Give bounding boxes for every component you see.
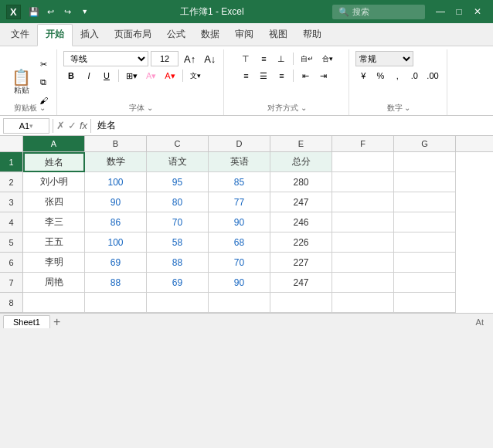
cell-f2[interactable]	[332, 172, 394, 192]
undo-icon[interactable]: ↩	[44, 5, 58, 19]
cell-d1[interactable]: 英语	[209, 152, 270, 172]
copy-button[interactable]: ⧉	[36, 75, 51, 90]
redo-icon[interactable]: ↪	[61, 5, 75, 19]
align-left-button[interactable]: ≡	[238, 68, 253, 83]
search-box[interactable]: 🔍 搜索	[332, 5, 425, 19]
tab-home[interactable]: 开始	[37, 24, 73, 46]
minimize-button[interactable]: —	[431, 4, 450, 19]
tab-formula[interactable]: 公式	[159, 25, 193, 46]
cell-a8[interactable]	[23, 293, 85, 313]
cell-c6[interactable]: 88	[147, 253, 209, 273]
cell-c1[interactable]: 语文	[147, 152, 209, 172]
fill-color-button[interactable]: A▾	[143, 68, 159, 83]
col-header-c[interactable]: C	[147, 136, 209, 151]
cell-d7[interactable]: 90	[209, 273, 270, 293]
underline-button[interactable]: U	[99, 68, 114, 83]
align-top-button[interactable]: ⊤	[238, 51, 253, 66]
percent-button[interactable]: %	[372, 68, 388, 83]
add-sheet-button[interactable]: +	[53, 315, 60, 329]
cell-f4[interactable]	[332, 212, 394, 232]
merge-button[interactable]: 合▾	[319, 51, 336, 66]
cell-g2[interactable]	[394, 172, 456, 192]
cell-b7[interactable]: 88	[85, 273, 147, 293]
cell-b4[interactable]: 86	[85, 212, 147, 232]
cell-c7[interactable]: 69	[147, 273, 209, 293]
cell-e3[interactable]: 247	[270, 192, 332, 212]
cell-d4[interactable]: 90	[209, 212, 270, 232]
wrap-text-button[interactable]: 自↵	[298, 51, 317, 66]
tab-review[interactable]: 审阅	[227, 25, 261, 46]
tab-view[interactable]: 视图	[261, 25, 295, 46]
cell-e4[interactable]: 246	[270, 212, 332, 232]
cell-c3[interactable]: 80	[147, 192, 209, 212]
cell-c4[interactable]: 70	[147, 212, 209, 232]
more-icon[interactable]: ▼	[78, 5, 92, 19]
bold-button[interactable]: B	[63, 68, 79, 83]
formula-fx-icon[interactable]: fx	[80, 120, 87, 131]
cell-e8[interactable]	[270, 293, 332, 313]
cell-a2[interactable]: 刘小明	[23, 172, 85, 192]
col-header-a[interactable]: A	[23, 136, 85, 151]
align-bottom-button[interactable]: ⊥	[274, 51, 289, 66]
cell-a6[interactable]: 李明	[23, 253, 85, 273]
close-button[interactable]: ✕	[468, 4, 487, 19]
cell-f8[interactable]	[332, 293, 394, 313]
cell-b6[interactable]: 69	[85, 253, 147, 273]
indent-decrease-button[interactable]: ⇤	[298, 68, 313, 83]
col-header-g[interactable]: G	[394, 136, 456, 151]
row-header-7[interactable]: 7	[0, 273, 23, 293]
col-header-e[interactable]: E	[270, 136, 332, 151]
cell-d5[interactable]: 68	[209, 232, 270, 253]
cell-f3[interactable]	[332, 192, 394, 212]
row-header-1[interactable]: 1	[0, 152, 23, 172]
thousand-button[interactable]: ,	[389, 68, 405, 83]
formula-check-icon[interactable]: ✓	[68, 120, 76, 131]
row-header-8[interactable]: 8	[0, 293, 23, 313]
cell-e5[interactable]: 226	[270, 232, 332, 253]
font-color-button[interactable]: A▾	[162, 68, 178, 83]
cell-e1[interactable]: 总分	[270, 152, 332, 172]
tab-data[interactable]: 数据	[193, 25, 227, 46]
save-icon[interactable]: 💾	[27, 5, 41, 19]
font-name-select[interactable]: 等线	[63, 51, 148, 66]
decimal-increase-button[interactable]: .0	[406, 68, 422, 83]
cell-e7[interactable]: 247	[270, 273, 332, 293]
align-middle-button[interactable]: ≡	[256, 51, 271, 66]
cell-a4[interactable]: 李三	[23, 212, 85, 232]
formula-input[interactable]	[94, 119, 490, 133]
cell-g5[interactable]	[394, 232, 456, 253]
paste-button[interactable]: 📋 粘贴	[8, 68, 34, 97]
decrease-font-button[interactable]: A↓	[201, 51, 219, 66]
cell-a5[interactable]: 王五	[23, 232, 85, 253]
cell-b5[interactable]: 100	[85, 232, 147, 253]
name-box[interactable]: A1 ▾	[3, 118, 49, 134]
row-header-3[interactable]: 3	[0, 192, 23, 212]
align-right-button[interactable]: ≡	[274, 68, 289, 83]
cell-g4[interactable]	[394, 212, 456, 232]
cell-g1[interactable]	[394, 152, 456, 172]
cell-d3[interactable]: 77	[209, 192, 270, 212]
cell-b8[interactable]	[85, 293, 147, 313]
col-header-d[interactable]: D	[209, 136, 270, 151]
cell-c5[interactable]: 58	[147, 232, 209, 253]
row-header-2[interactable]: 2	[0, 172, 23, 192]
cell-b3[interactable]: 90	[85, 192, 147, 212]
formula-cross-icon[interactable]: ✗	[56, 120, 65, 131]
tab-page-layout[interactable]: 页面布局	[107, 25, 159, 46]
indent-increase-button[interactable]: ⇥	[315, 68, 331, 83]
row-header-5[interactable]: 5	[0, 232, 23, 253]
cell-f7[interactable]	[332, 273, 394, 293]
cell-c2[interactable]: 95	[147, 172, 209, 192]
currency-button[interactable]: ¥	[355, 68, 371, 83]
number-format-select[interactable]: 常规	[355, 51, 413, 66]
cell-g7[interactable]	[394, 273, 456, 293]
tab-insert[interactable]: 插入	[73, 25, 107, 46]
cell-g3[interactable]	[394, 192, 456, 212]
cut-button[interactable]: ✂	[36, 57, 51, 73]
sheet-tab-1[interactable]: Sheet1	[3, 315, 50, 328]
italic-button[interactable]: I	[81, 68, 97, 83]
cell-c8[interactable]	[147, 293, 209, 313]
cell-f1[interactable]	[332, 152, 394, 172]
cell-b1[interactable]: 数学	[85, 152, 147, 172]
col-header-b[interactable]: B	[85, 136, 147, 151]
